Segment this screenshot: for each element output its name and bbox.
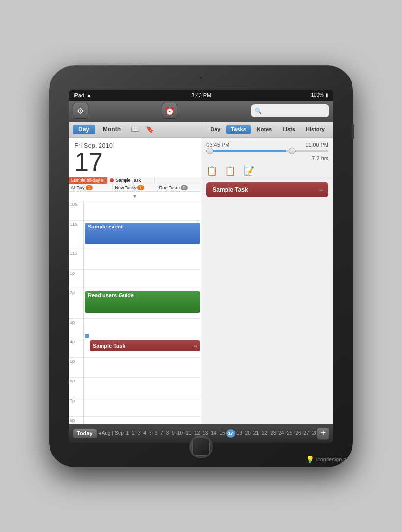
allday-cell: Sample all-day e bbox=[69, 177, 108, 184]
duetasks-badge: 0 bbox=[181, 185, 188, 190]
date-10[interactable]: 10 bbox=[176, 430, 184, 436]
task-item[interactable]: Sample Task – bbox=[206, 182, 328, 197]
sample-task-event[interactable]: Sample Task – bbox=[90, 340, 200, 351]
today-button[interactable]: Today bbox=[73, 429, 97, 438]
time-content-4p: Sample Task – bbox=[83, 338, 201, 357]
status-right: 100% ▮ bbox=[311, 92, 328, 98]
time-row-3p: 3p bbox=[69, 319, 201, 338]
wifi-icon: ▲ bbox=[86, 92, 92, 98]
date-3[interactable]: 3 bbox=[136, 430, 142, 436]
side-button[interactable] bbox=[352, 124, 354, 139]
date-22[interactable]: 22 bbox=[260, 430, 269, 436]
date-15[interactable]: 15 bbox=[218, 430, 226, 436]
date-23[interactable]: 23 bbox=[269, 430, 277, 436]
allday-badge: 1 bbox=[86, 185, 93, 190]
date-1[interactable]: 1 bbox=[125, 430, 131, 436]
time-label-10a: 10a bbox=[69, 201, 83, 220]
add-task-icon[interactable]: 📝 bbox=[244, 165, 254, 176]
alarm-icon[interactable]: ⏰ bbox=[162, 103, 177, 119]
tasks-time-range: 03:45 PM 11:00 PM bbox=[201, 138, 333, 150]
settings-icon[interactable]: ⚙ bbox=[73, 103, 88, 119]
time-label-11a: 11a bbox=[69, 221, 83, 250]
time-content-10a bbox=[83, 201, 201, 220]
date-26[interactable]: 26 bbox=[294, 430, 302, 436]
sep-label: Sep bbox=[113, 431, 125, 436]
top-toolbar: ⚙ ⏰ 🔍 bbox=[69, 101, 333, 122]
date-6[interactable]: 6 bbox=[153, 430, 159, 436]
new-tasks-cell: Sample Task bbox=[108, 177, 155, 184]
date-9[interactable]: 9 bbox=[170, 430, 176, 436]
date-21[interactable]: 21 bbox=[252, 430, 260, 436]
read-users-guide-event[interactable]: Read users-Guide bbox=[85, 291, 200, 313]
date-28[interactable]: 28 bbox=[311, 430, 316, 436]
watermark: 💡 icondesign.dk bbox=[306, 456, 349, 463]
calendar-panel: Day Month 📖 🔖 Fri Sep, 2010 17 Sample al… bbox=[69, 122, 201, 424]
tab-tasks-notes[interactable]: Notes bbox=[252, 125, 277, 134]
expand-arrow[interactable]: ▾ bbox=[69, 192, 201, 201]
date-today[interactable]: 17 bbox=[226, 429, 235, 438]
watermark-text: icondesign.dk bbox=[316, 456, 349, 462]
duetasks-label-cell: Due Tasks 0 bbox=[157, 185, 201, 191]
time-start: 03:45 PM bbox=[206, 142, 229, 148]
home-button[interactable] bbox=[189, 435, 213, 458]
add-button[interactable]: + bbox=[317, 427, 329, 440]
tab-day[interactable]: Day bbox=[73, 125, 95, 134]
clipboard-icon[interactable]: 📋 bbox=[206, 165, 217, 176]
date-24[interactable]: 24 bbox=[277, 430, 285, 436]
date-7[interactable]: 7 bbox=[159, 430, 165, 436]
time-label-4p: 4p bbox=[69, 338, 83, 357]
date-4[interactable]: 4 bbox=[142, 430, 148, 436]
bookmark-icon[interactable]: 🔖 bbox=[143, 124, 156, 135]
date-11[interactable]: 11 bbox=[184, 430, 193, 436]
date-20[interactable]: 20 bbox=[244, 430, 252, 436]
tasks-panel: Day Tasks Notes Lists History 03:45 PM 1… bbox=[201, 122, 333, 424]
time-content-12p bbox=[83, 250, 201, 269]
camera bbox=[199, 76, 203, 80]
screen-bezel: iPad ▲ 3:43 PM 100% ▮ ⚙ ⏰ 🔍 bbox=[69, 90, 333, 443]
time-label-12p: 12p bbox=[69, 250, 83, 269]
date-2[interactable]: 2 bbox=[130, 430, 136, 436]
date-19[interactable]: 19 bbox=[235, 430, 244, 436]
time-grid[interactable]: 10a 11a Sample event 12p bbox=[69, 201, 201, 424]
task-dot bbox=[85, 334, 89, 338]
date-14[interactable]: 14 bbox=[209, 430, 218, 436]
tab-tasks-tasks[interactable]: Tasks bbox=[226, 125, 251, 134]
task-dash: – bbox=[193, 342, 197, 350]
allday-row: Sample all-day e Sample Task bbox=[69, 177, 201, 184]
time-label-1p: 1p bbox=[69, 270, 83, 289]
date-25[interactable]: 25 bbox=[285, 430, 294, 436]
tab-tasks-day[interactable]: Day bbox=[205, 125, 225, 134]
time-label-5p: 5p bbox=[69, 358, 83, 377]
task-item-label: Sample Task bbox=[212, 186, 248, 193]
ipad-label: iPad bbox=[74, 92, 84, 98]
allday-event-text: Sample all-day e bbox=[71, 178, 103, 183]
list-icon[interactable]: 📋 bbox=[225, 165, 236, 176]
slider-thumb-left[interactable] bbox=[206, 148, 213, 154]
tab-month[interactable]: Month bbox=[97, 125, 126, 134]
slider-thumb-right[interactable] bbox=[289, 148, 296, 154]
time-row-2p: 2p Read users-Guide bbox=[69, 289, 201, 319]
time-slider[interactable] bbox=[201, 150, 333, 155]
sample-event[interactable]: Sample event bbox=[85, 223, 200, 244]
allday-task-text: Sample Task bbox=[116, 178, 141, 183]
search-icon: 🔍 bbox=[255, 108, 262, 114]
cal-header: Fri Sep, 2010 17 bbox=[69, 138, 201, 177]
date-5[interactable]: 5 bbox=[148, 430, 153, 436]
ipad-device: iPad ▲ 3:43 PM 100% ▮ ⚙ ⏰ 🔍 bbox=[49, 65, 353, 467]
time-row-7p: 7p bbox=[69, 397, 201, 417]
date-8[interactable]: 8 bbox=[165, 430, 171, 436]
time-row-4p: 4p Sample Task – bbox=[69, 338, 201, 358]
battery-label: 100% bbox=[311, 92, 324, 98]
tab-tasks-history[interactable]: History bbox=[301, 125, 329, 134]
bulb-icon: 💡 bbox=[306, 456, 314, 463]
date-27[interactable]: 27 bbox=[302, 430, 311, 436]
tab-tasks-lists[interactable]: Lists bbox=[277, 125, 300, 134]
book-icon[interactable]: 📖 bbox=[128, 124, 141, 135]
search-box[interactable]: 🔍 bbox=[251, 104, 329, 117]
home-button-inner bbox=[192, 438, 210, 456]
task-item-dash: – bbox=[319, 186, 323, 193]
allday-label-cell: All Day 1 bbox=[69, 185, 113, 191]
time-content-1p bbox=[83, 270, 201, 289]
time-label-6p: 6p bbox=[69, 378, 83, 397]
status-left: iPad ▲ bbox=[74, 92, 92, 98]
